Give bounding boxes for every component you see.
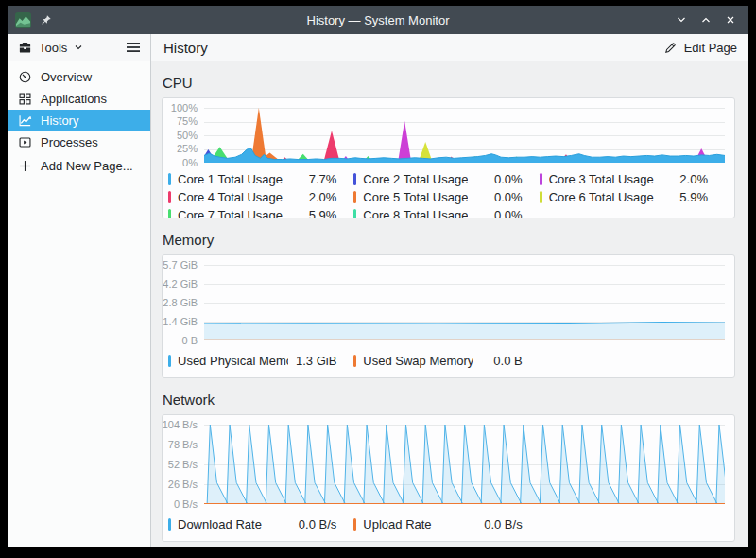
- sidebar-item-label: History: [41, 113, 78, 128]
- network-legend: Download Rate0.0 B/sUpload Rate0.0 B/s: [168, 515, 725, 533]
- cpu-chart: [204, 108, 725, 163]
- pencil-icon: [663, 41, 678, 55]
- sidebar-item-label: Add New Page...: [41, 159, 133, 173]
- series-color-marker: [168, 355, 171, 367]
- network-tick-label: 78 B/s: [168, 439, 198, 451]
- network-chart: [204, 425, 725, 504]
- series-value: 0.0%: [487, 208, 523, 218]
- series-label: Core 5 Total Usage: [363, 190, 468, 204]
- series-label: Download Rate: [178, 517, 262, 532]
- series-color-marker: [540, 173, 542, 185]
- series-color-marker: [540, 191, 542, 203]
- series-color-marker: [353, 355, 356, 367]
- network-tick-label: 52 B/s: [168, 459, 198, 471]
- minimize-button[interactable]: [672, 10, 691, 29]
- series-color-marker: [168, 173, 171, 185]
- memory-legend-item: Used Physical Memory1.3 GiB: [168, 352, 353, 370]
- sidebar-item-add-new-page[interactable]: Add New Page...: [8, 155, 150, 177]
- memory-tick-label: 4.2 GiB: [163, 278, 198, 290]
- edit-page-label: Edit Page: [684, 41, 737, 55]
- memory-legend-item: Used Swap Memory0.0 B: [353, 352, 539, 370]
- series-label: Core 8 Total Usage: [363, 208, 468, 218]
- hamburger-menu-icon[interactable]: [126, 41, 141, 54]
- series-value: 0.0%: [487, 190, 523, 204]
- series-value: 0.0%: [487, 172, 523, 186]
- memory-chart: [204, 265, 725, 340]
- edit-page-button[interactable]: Edit Page: [663, 41, 737, 55]
- series-label: Core 6 Total Usage: [549, 190, 654, 204]
- cpu-tick-label: 0%: [182, 157, 198, 169]
- app-window: History — System Monitor Tools: [8, 6, 748, 547]
- series-label: Core 7 Total Usage: [178, 208, 283, 218]
- pin-icon[interactable]: [40, 14, 52, 26]
- series-color-marker: [353, 191, 356, 203]
- series-label: Upload Rate: [363, 517, 431, 532]
- network-section-title: Network: [163, 392, 735, 408]
- series-value: 2.0%: [672, 172, 708, 186]
- app-icon: [15, 12, 31, 28]
- network-y-axis: 104 B/s78 B/s52 B/s26 B/s0 B/s: [163, 425, 204, 504]
- close-button[interactable]: [721, 10, 740, 29]
- sidebar-item-label: Processes: [41, 135, 98, 149]
- series-label: Core 1 Total Usage: [178, 172, 283, 186]
- cpu-tick-label: 100%: [171, 102, 198, 114]
- tools-label: Tools: [39, 41, 67, 55]
- toolbox-icon: [18, 41, 32, 55]
- plus-icon: [17, 159, 32, 174]
- series-value: 1.3 GiB: [288, 354, 336, 368]
- memory-section-title: Memory: [163, 232, 735, 248]
- sidebar-item-applications[interactable]: Applications: [8, 88, 150, 110]
- grid-icon: [17, 92, 32, 107]
- series-label: Core 4 Total Usage: [178, 190, 283, 204]
- series-value: 5.9%: [672, 190, 708, 204]
- cpu-legend-item: Core 8 Total Usage0.0%: [353, 206, 539, 218]
- maximize-button[interactable]: [696, 10, 715, 29]
- network-legend-item: Upload Rate0.0 B/s: [353, 515, 539, 533]
- network-legend-item: Download Rate0.0 B/s: [168, 515, 353, 533]
- series-label: Used Swap Memory: [363, 354, 473, 368]
- cpu-section-title: CPU: [163, 75, 735, 91]
- memory-legend: Used Physical Memory1.3 GiBUsed Swap Mem…: [168, 352, 725, 370]
- sidebar-item-label: Overview: [41, 70, 92, 84]
- series-label: Used Physical Memory: [178, 354, 288, 368]
- series-color-marker: [168, 191, 171, 203]
- memory-tick-label: 1.4 GiB: [163, 316, 198, 328]
- sidebar-item-history[interactable]: History: [8, 110, 150, 131]
- network-tick-label: 104 B/s: [163, 419, 198, 431]
- series-color-marker: [168, 209, 171, 218]
- series-value: 0.0 B: [486, 354, 522, 368]
- memory-card: 5.7 GiB4.2 GiB2.8 GiB1.4 GiB0 B Used Phy…: [162, 254, 735, 378]
- memory-tick-label: 2.8 GiB: [163, 297, 198, 309]
- chevron-down-icon: [74, 43, 83, 52]
- sidebar-item-processes[interactable]: Processes: [8, 131, 150, 153]
- cpu-legend-item: Core 4 Total Usage2.0%: [168, 188, 353, 206]
- cpu-legend-item: Core 7 Total Usage5.9%: [168, 206, 353, 218]
- network-tick-label: 26 B/s: [168, 479, 198, 491]
- cpu-card: 100%75%50%25%0% Core 1 Total Usage7.7%Co…: [162, 97, 735, 218]
- sidebar: OverviewApplicationsHistoryProcessesAdd …: [8, 61, 151, 547]
- tools-menu-button[interactable]: Tools: [8, 34, 151, 61]
- cpu-legend-item: Core 2 Total Usage0.0%: [353, 170, 539, 188]
- series-color-marker: [353, 209, 356, 218]
- series-color-marker: [353, 173, 356, 185]
- network-card: 104 B/s78 B/s52 B/s26 B/s0 B/s Download …: [162, 414, 735, 542]
- series-color-marker: [353, 518, 356, 531]
- cpu-y-axis: 100%75%50%25%0%: [163, 108, 204, 163]
- chart-icon: [17, 113, 32, 129]
- series-value: 2.0%: [301, 190, 337, 204]
- cpu-legend-item: Core 3 Total Usage2.0%: [540, 170, 725, 188]
- sidebar-item-label: Applications: [41, 92, 107, 106]
- series-value: 5.9%: [301, 208, 337, 218]
- cpu-legend-item: Core 5 Total Usage0.0%: [353, 188, 539, 206]
- window-title: History — System Monitor: [8, 13, 748, 27]
- memory-tick-label: 0 B: [181, 335, 198, 347]
- page-title: History: [163, 40, 208, 56]
- sidebar-item-overview[interactable]: Overview: [8, 66, 150, 88]
- series-label: Core 3 Total Usage: [549, 172, 654, 186]
- header-row: Tools History E: [8, 34, 748, 61]
- main-content: CPU 100%75%50%25%0% Core 1 Total Usage7.…: [151, 61, 748, 547]
- series-label: Core 2 Total Usage: [363, 172, 468, 186]
- titlebar: History — System Monitor: [8, 6, 748, 34]
- cpu-tick-label: 25%: [177, 143, 198, 155]
- memory-y-axis: 5.7 GiB4.2 GiB2.8 GiB1.4 GiB0 B: [163, 265, 204, 340]
